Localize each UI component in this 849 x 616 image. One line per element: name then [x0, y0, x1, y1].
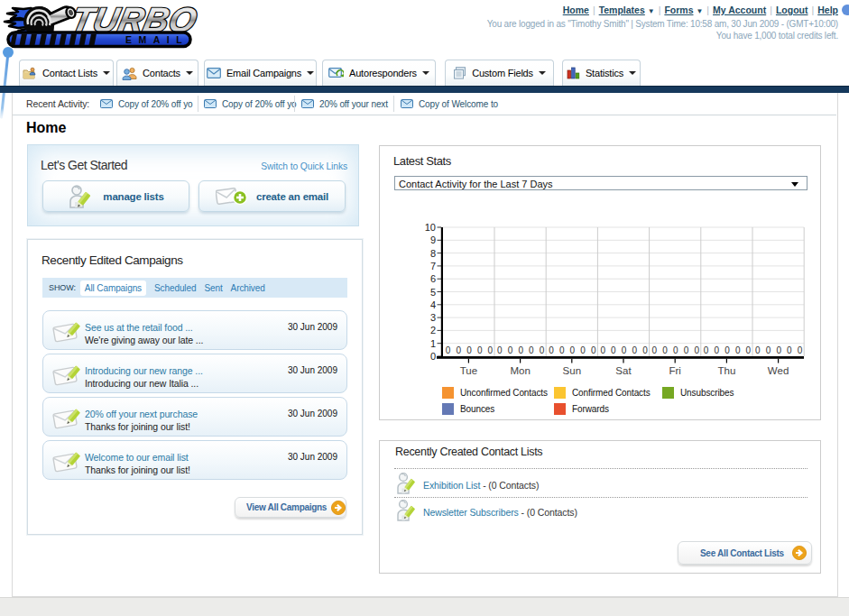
svg-text:Sun: Sun	[563, 365, 581, 376]
svg-text:0: 0	[446, 345, 451, 355]
svg-text:EMAIL: EMAIL	[125, 34, 189, 45]
svg-text:0: 0	[776, 345, 781, 355]
svg-text:7: 7	[430, 261, 436, 271]
svg-text:5: 5	[430, 287, 436, 298]
svg-text:Wed: Wed	[768, 365, 789, 376]
svg-text:0: 0	[518, 345, 523, 355]
svg-text:8: 8	[430, 248, 436, 259]
svg-text:4: 4	[430, 299, 436, 310]
svg-text:Thu: Thu	[717, 365, 735, 376]
svg-text:0: 0	[622, 345, 627, 355]
svg-text:9: 9	[430, 234, 436, 245]
svg-text:0: 0	[466, 345, 472, 355]
svg-text:0: 0	[766, 345, 771, 355]
svg-text:0: 0	[559, 345, 565, 355]
svg-text:0: 0	[488, 345, 494, 355]
svg-text:0: 0	[570, 345, 576, 355]
svg-text:0: 0	[746, 345, 752, 355]
svg-text:Fri: Fri	[669, 365, 680, 376]
svg-text:0: 0	[735, 345, 741, 355]
svg-text:0: 0	[529, 345, 534, 355]
svg-text:0: 0	[477, 345, 483, 355]
svg-text:0: 0	[591, 345, 596, 355]
svg-text:2: 2	[430, 325, 436, 336]
svg-text:0: 0	[642, 345, 648, 355]
svg-text:0: 0	[430, 351, 436, 362]
svg-text:0: 0	[600, 345, 605, 355]
svg-text:0: 0	[694, 345, 699, 355]
svg-text:0: 0	[715, 345, 720, 355]
svg-text:0: 0	[457, 345, 462, 355]
svg-text:0: 0	[755, 345, 761, 355]
svg-text:0: 0	[787, 345, 792, 355]
svg-text:Sat: Sat	[615, 365, 632, 376]
svg-text:0: 0	[662, 345, 668, 355]
svg-text:0: 0	[611, 345, 616, 355]
svg-text:0: 0	[704, 345, 709, 355]
svg-text:10: 10	[425, 222, 436, 233]
svg-text:6: 6	[430, 273, 436, 284]
svg-text:0: 0	[724, 345, 730, 355]
svg-text:1: 1	[430, 338, 436, 349]
svg-text:3: 3	[430, 312, 436, 323]
svg-text:0: 0	[580, 345, 586, 355]
svg-text:0: 0	[508, 345, 513, 355]
svg-text:0: 0	[798, 345, 803, 355]
svg-text:0: 0	[652, 345, 658, 355]
svg-text:0: 0	[549, 345, 554, 355]
svg-text:Tue: Tue	[460, 365, 477, 376]
svg-text:0: 0	[497, 345, 503, 355]
svg-text:0: 0	[673, 345, 678, 355]
svg-text:Mon: Mon	[510, 365, 530, 376]
svg-text:0: 0	[684, 345, 689, 355]
svg-text:0: 0	[540, 345, 545, 355]
svg-text:0: 0	[632, 345, 638, 355]
